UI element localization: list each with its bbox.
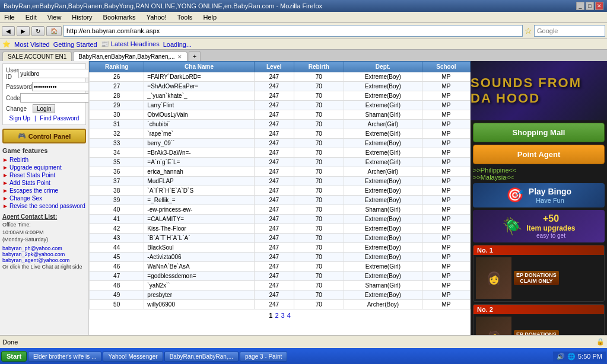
page-1[interactable]: 1 bbox=[269, 312, 272, 319]
cell-name: `rape`me` bbox=[144, 129, 255, 139]
cell-level: 247 bbox=[254, 167, 294, 177]
password-input[interactable] bbox=[32, 82, 89, 91]
feature-reset-stats[interactable]: ►Reset Stats Point bbox=[2, 171, 86, 179]
feature-revise-password[interactable]: ►Revise the second password bbox=[2, 202, 86, 210]
cell-level: 247 bbox=[254, 290, 294, 300]
cell-school: MP bbox=[422, 158, 470, 167]
taskbar-item-1[interactable]: Elder brother's wife is ... bbox=[28, 352, 101, 362]
bookmark-getting-started[interactable]: Getting Started bbox=[53, 41, 97, 48]
cell-level: 247 bbox=[254, 72, 294, 82]
feature-change-sex[interactable]: ►Change Sex bbox=[2, 194, 86, 202]
cell-rank: 42 bbox=[90, 224, 144, 234]
menu-help[interactable]: Help bbox=[201, 13, 218, 21]
cell-rank: 26 bbox=[90, 72, 144, 82]
back-button[interactable]: ◀ bbox=[2, 26, 15, 36]
cell-rank: 40 bbox=[90, 205, 144, 215]
game-features-section: Game features ►Rebirth ►Upgrade equipmen… bbox=[2, 147, 86, 210]
login-button[interactable]: Login bbox=[33, 104, 55, 113]
menu-edit[interactable]: Edit bbox=[24, 13, 39, 21]
cell-name: presbyter bbox=[144, 290, 255, 300]
forward-button[interactable]: ▶ bbox=[17, 26, 30, 36]
menu-yahoo[interactable]: Yahoo! bbox=[145, 13, 169, 21]
control-panel-label: Control Panel bbox=[28, 133, 71, 140]
find-password-link[interactable]: Find Password bbox=[40, 115, 79, 122]
agent-email-3[interactable]: babyran_agent@yahoo.com bbox=[2, 257, 86, 263]
cell-level: 247 bbox=[254, 177, 294, 186]
sign-up-link[interactable]: Sign Up bbox=[9, 115, 31, 122]
tab-sale-account[interactable]: SALE ACCOUNT EN1 bbox=[2, 52, 72, 61]
bookmark-loading[interactable]: Loading... bbox=[163, 41, 192, 48]
header-banner-text: SOUNDS FROM DA HOOD bbox=[471, 75, 607, 106]
ep-no2-label: No. 2 bbox=[473, 305, 604, 314]
bookmark-most-visited[interactable]: Most Visited bbox=[14, 41, 50, 48]
ep-card-2[interactable]: No. 2 🧔 EP DONATIONSCLAIM ONLY bbox=[473, 304, 605, 335]
tab-close-button[interactable]: ✕ bbox=[177, 54, 182, 60]
agent-hours: 10:00AM 6:00PM bbox=[2, 229, 86, 237]
taskbar-item-2[interactable]: Yahoo! Messenger bbox=[103, 352, 163, 362]
cell-dept: Extreme(Boy) bbox=[344, 243, 422, 253]
cell-level: 247 bbox=[254, 91, 294, 101]
tab-babyran[interactable]: BabyRan,enBabyRan,BabyRanen,... ✕ bbox=[73, 52, 187, 61]
cell-name: `A`I`R`H`E`A`D`S bbox=[144, 186, 255, 196]
bingo-banner[interactable]: 🎯 Play Bingo Have Fun bbox=[473, 183, 605, 207]
upgrade-banner[interactable]: 🪲 +50 Item upgrades easy to get bbox=[473, 210, 605, 242]
start-button[interactable]: Start bbox=[1, 351, 27, 362]
table-row: 42 Kiss-The-Floor 247 70 Extreme(Boy) MP bbox=[90, 224, 471, 234]
taskbar-item-3[interactable]: BabyRan,enBabyRan,... bbox=[164, 352, 239, 362]
cell-dept: Extreme(Boy) bbox=[344, 72, 422, 82]
upgrade-sub: easy to get bbox=[526, 232, 575, 239]
home-button[interactable]: 🏠 bbox=[46, 26, 62, 36]
table-row: 49 presbyter 247 70 Extreme(Boy) MP bbox=[90, 290, 471, 300]
password-label: Password bbox=[6, 84, 32, 90]
cell-rebirth: 70 bbox=[294, 72, 344, 82]
refresh-button[interactable]: ↻ bbox=[31, 26, 45, 36]
cell-level: 247 bbox=[254, 186, 294, 196]
menu-tools[interactable]: Tools bbox=[176, 13, 195, 21]
bookmark-star-icon[interactable]: ☆ bbox=[525, 26, 532, 36]
page-3[interactable]: 3 bbox=[281, 312, 285, 319]
menu-file[interactable]: File bbox=[2, 13, 17, 21]
taskbar-left: Start Elder brother's wife is ... Yahoo!… bbox=[1, 351, 287, 362]
bingo-sub: Have Fun bbox=[529, 197, 571, 204]
agent-email-2[interactable]: babyran_2pk@yahoo.com bbox=[2, 251, 86, 257]
table-row: 39 =_Rellik_= 247 70 Extreme(Boy) MP bbox=[90, 196, 471, 205]
userid-input[interactable] bbox=[18, 69, 89, 78]
maximize-button[interactable]: □ bbox=[586, 2, 594, 10]
feature-escapes[interactable]: ►Escapes the crime bbox=[2, 187, 86, 194]
cell-school: MP bbox=[422, 91, 470, 101]
cell-school: MP bbox=[422, 110, 470, 120]
address-input[interactable] bbox=[63, 25, 523, 37]
cell-name: =_Rellik_= bbox=[144, 196, 255, 205]
page-4[interactable]: 4 bbox=[287, 312, 291, 319]
taskbar-item-4[interactable]: page 3 - Paint bbox=[240, 352, 287, 362]
bookmark-headlines[interactable]: 📰 Latest Headlines bbox=[101, 40, 160, 48]
feature-add-stats[interactable]: ►Add Stats Point bbox=[2, 179, 86, 187]
minimize-button[interactable]: _ bbox=[576, 2, 584, 10]
cell-name: `chubibi` bbox=[144, 120, 255, 129]
feature-rebirth[interactable]: ►Rebirth bbox=[2, 156, 86, 164]
cell-rank: 31 bbox=[90, 120, 144, 129]
col-school: School bbox=[422, 62, 470, 72]
page-2[interactable]: 2 bbox=[275, 312, 278, 319]
point-agent-button[interactable]: Point Agent bbox=[473, 145, 605, 164]
cell-rebirth: 70 bbox=[294, 196, 344, 205]
cell-rank: 50 bbox=[90, 300, 144, 309]
code-input[interactable] bbox=[20, 93, 89, 103]
control-panel-button[interactable]: 🎮 Control Panel bbox=[2, 129, 86, 143]
table-row: 48 `yaN2x`` 247 70 Shaman(Girl) MP bbox=[90, 281, 471, 290]
cell-dept: Extreme(Girl) bbox=[344, 158, 422, 167]
malaysia-link[interactable]: >>Malaysia<< bbox=[473, 174, 605, 181]
menu-history[interactable]: History bbox=[70, 13, 94, 21]
close-button[interactable]: ✕ bbox=[595, 2, 603, 10]
ep-card-1[interactable]: No. 1 👩 EP DONATIONSCLAIM ONLY bbox=[473, 245, 605, 302]
cell-school: MP bbox=[422, 120, 470, 129]
search-input[interactable] bbox=[534, 25, 605, 37]
philippines-link[interactable]: >>Philippine<< bbox=[473, 167, 605, 174]
menu-bookmarks[interactable]: Bookmarks bbox=[101, 13, 138, 21]
feature-upgrade[interactable]: ►Upgrade equipment bbox=[2, 164, 86, 171]
new-tab-button[interactable]: + bbox=[189, 51, 201, 61]
shopping-mall-button[interactable]: Shopping Mall bbox=[473, 123, 605, 142]
menu-view[interactable]: View bbox=[46, 13, 63, 21]
agent-email-1[interactable]: babyran_ph@yahoo.com bbox=[2, 245, 86, 251]
bookmarks-bar: ⭐ Most Visited Getting Started 📰 Latest … bbox=[0, 39, 607, 50]
